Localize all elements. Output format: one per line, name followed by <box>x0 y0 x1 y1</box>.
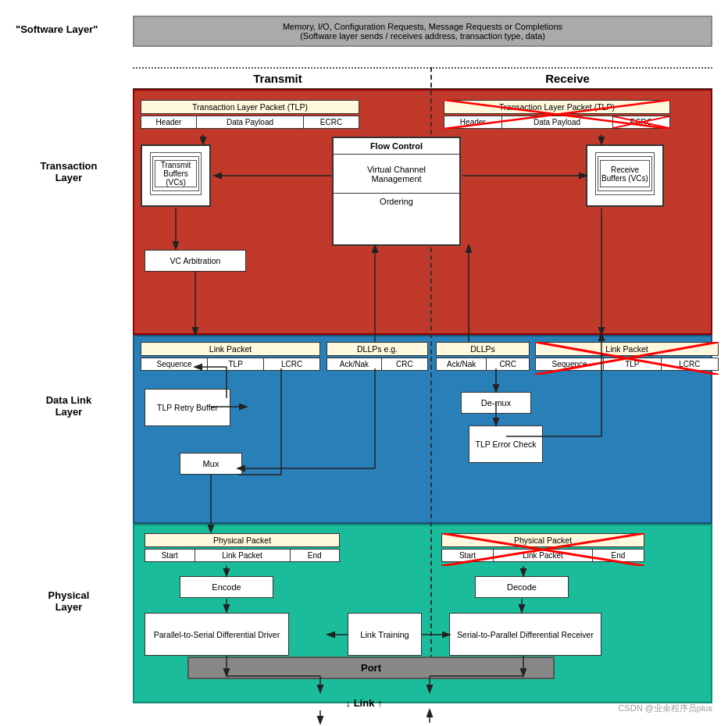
tlp-tx-cell-header: Header <box>141 116 197 128</box>
ordering-label: Ordering <box>334 194 459 209</box>
tlp-tx-cell-payload: Data Payload <box>197 116 304 128</box>
link-packet-tx-label: Link Packet <box>141 342 320 356</box>
physical-packet-rx-cross <box>441 533 644 566</box>
decode-box: Decode <box>475 576 569 598</box>
virtual-channel-label: Virtual ChannelManagement <box>334 155 459 194</box>
vc-arbitration: VC Arbitration <box>145 250 246 272</box>
physical-packet-tx-label: Physical Packet <box>145 533 340 547</box>
tlp-retry-buffer: TLP Retry Buffer <box>145 389 230 426</box>
encode-box: Encode <box>180 576 273 598</box>
serial-to-parallel: Serial-to-Parallel Differential Receiver <box>449 613 601 656</box>
physical-packet-rx: Physical Packet Start Link Packet End <box>441 533 644 562</box>
dllps-rx: DLLPs Ack/Nak CRC <box>436 342 530 371</box>
tlp-tx-cell-ecrc: ECRC <box>304 116 359 128</box>
software-text1: Memory, I/O, Configuration Requests, Mes… <box>142 22 703 31</box>
physical-packet-tx-cells: Start Link Packet End <box>145 549 340 562</box>
link-training: Link Training <box>348 613 422 656</box>
physical-layer-label: PhysicalLayer <box>14 589 123 613</box>
software-text2: (Software layer sends / receives address… <box>142 31 703 41</box>
dllps-tx-label: DLLPs e.g. <box>327 342 428 356</box>
flow-control-title: Flow Control <box>334 138 459 155</box>
tlp-error-check: TLP Error Check <box>469 425 543 463</box>
link-packet-rx-cross <box>535 342 719 375</box>
tlp-rx: Transaction Layer Packet (TLP) Header Da… <box>444 100 670 129</box>
parallel-to-serial: Parallel-to-Serial Differential Driver <box>145 613 289 656</box>
transmit-buffers-label: Transmit Buffers (VCs) <box>155 161 196 187</box>
main-container: Memory, I/O, Configuration Requests, Mes… <box>0 0 728 726</box>
dllps-tx-cells: Ack/Nak CRC <box>327 358 428 371</box>
flow-control-box: Flow Control Virtual ChannelManagement O… <box>332 137 461 246</box>
receive-buffers-label: Receive Buffers (VCs) <box>601 165 649 183</box>
dllps-tx: DLLPs e.g. Ack/Nak CRC <box>327 342 428 371</box>
tlp-tx-cells: Header Data Payload ECRC <box>141 116 359 129</box>
transaction-layer-label: TransactionLayer <box>14 160 123 183</box>
dllps-rx-cells: Ack/Nak CRC <box>436 358 530 371</box>
tlp-tx: Transaction Layer Packet (TLP) Header Da… <box>141 100 359 129</box>
watermark: CSDN @业余程序员plus <box>618 703 712 714</box>
datalink-layer-label: Data LinkLayer <box>14 394 123 418</box>
dllps-rx-label: DLLPs <box>436 342 530 356</box>
tlp-rx-cross <box>444 100 670 129</box>
link-label: ↓ Link ↑ <box>346 697 383 709</box>
software-layer-box: Memory, I/O, Configuration Requests, Mes… <box>133 16 712 47</box>
physical-packet-tx: Physical Packet Start Link Packet End <box>145 533 340 562</box>
transmit-header: Transmit <box>133 69 423 90</box>
diagram: Memory, I/O, Configuration Requests, Mes… <box>8 8 720 718</box>
tlp-tx-label: Transaction Layer Packet (TLP) <box>141 100 359 114</box>
link-packet-tx-cells: Sequence TLP LCRC <box>141 358 320 371</box>
receive-buffers: Receive Buffers (VCs) <box>586 144 664 207</box>
link-packet-rx: Link Packet Sequence TLP LCRC <box>535 342 719 371</box>
software-layer-label: "Software Layer" <box>16 22 98 37</box>
transmit-buffers: Transmit Buffers (VCs) <box>141 144 211 207</box>
dotted-line <box>133 67 712 69</box>
link-packet-tx: Link Packet Sequence TLP LCRC <box>141 342 320 371</box>
demux-box: De-mux <box>461 392 531 414</box>
port-bar: Port <box>187 657 555 679</box>
receive-header: Receive <box>423 69 712 90</box>
tx-rx-header: Transmit Receive <box>133 69 712 90</box>
mux-box: Mux <box>180 453 242 475</box>
